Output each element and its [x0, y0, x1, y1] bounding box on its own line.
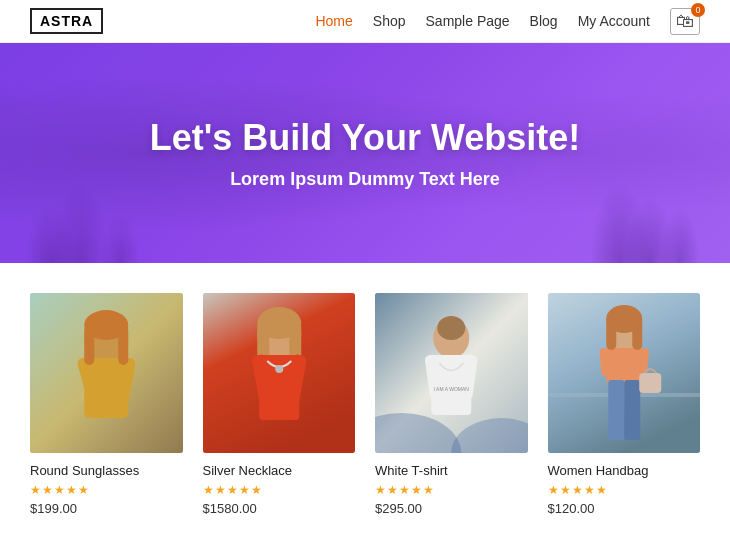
main-nav: Home Shop Sample Page Blog My Account 🛍 … — [315, 8, 700, 35]
svg-rect-39 — [632, 315, 642, 350]
nav-sample-page[interactable]: Sample Page — [426, 13, 510, 29]
cart-button[interactable]: 🛍 0 — [670, 8, 700, 35]
hero-title: Let's Build Your Website! — [150, 117, 581, 159]
hero-subtitle: Lorem Ipsum Dummy Text Here — [230, 169, 500, 190]
product-card[interactable]: Women Handbag ★ ★ ★ ★ ★ $120.00 — [548, 293, 701, 516]
svg-rect-8 — [118, 325, 128, 365]
site-logo[interactable]: ASTRA — [30, 8, 103, 34]
svg-rect-7 — [84, 325, 94, 365]
product-price: $295.00 — [375, 501, 528, 516]
svg-rect-35 — [624, 380, 640, 440]
nav-blog[interactable]: Blog — [530, 13, 558, 29]
product-name: Women Handbag — [548, 463, 701, 478]
product-price: $120.00 — [548, 501, 701, 516]
hero-section: Let's Build Your Website! Lorem Ipsum Du… — [0, 43, 730, 263]
product-price: $199.00 — [30, 501, 183, 516]
products-grid: Round Sunglasses ★ ★ ★ ★ ★ $199.00 — [30, 293, 700, 516]
svg-point-18 — [275, 365, 283, 373]
cart-count: 0 — [691, 3, 705, 17]
product-card[interactable]: I AM A WOMAN White T-shirt ★ ★ ★ ★ ★ $29… — [375, 293, 528, 516]
svg-rect-32 — [599, 347, 613, 376]
product-stars: ★ ★ ★ ★ ★ — [548, 483, 701, 497]
product-stars: ★ ★ ★ ★ ★ — [375, 483, 528, 497]
nav-my-account[interactable]: My Account — [578, 13, 650, 29]
svg-rect-36 — [639, 373, 661, 393]
product-price: $1580.00 — [203, 501, 356, 516]
product-stars: ★ ★ ★ ★ ★ — [203, 483, 356, 497]
product-stars: ★ ★ ★ ★ ★ — [30, 483, 183, 497]
product-name: Silver Necklace — [203, 463, 356, 478]
svg-rect-34 — [608, 380, 624, 440]
product-image: I AM A WOMAN — [375, 293, 528, 453]
svg-point-23 — [437, 316, 465, 340]
site-header: ASTRA Home Shop Sample Page Blog My Acco… — [0, 0, 730, 43]
product-image — [30, 293, 183, 453]
product-image — [203, 293, 356, 453]
product-card[interactable]: Round Sunglasses ★ ★ ★ ★ ★ $199.00 — [30, 293, 183, 516]
products-section: Round Sunglasses ★ ★ ★ ★ ★ $199.00 — [0, 263, 730, 536]
svg-text:I AM A WOMAN: I AM A WOMAN — [434, 386, 470, 392]
product-card[interactable]: Silver Necklace ★ ★ ★ ★ ★ $1580.00 — [203, 293, 356, 516]
nav-home[interactable]: Home — [315, 13, 352, 29]
product-image — [548, 293, 701, 453]
product-name: White T-shirt — [375, 463, 528, 478]
svg-rect-38 — [606, 315, 616, 350]
svg-rect-33 — [634, 347, 648, 376]
product-name: Round Sunglasses — [30, 463, 183, 478]
nav-shop[interactable]: Shop — [373, 13, 406, 29]
